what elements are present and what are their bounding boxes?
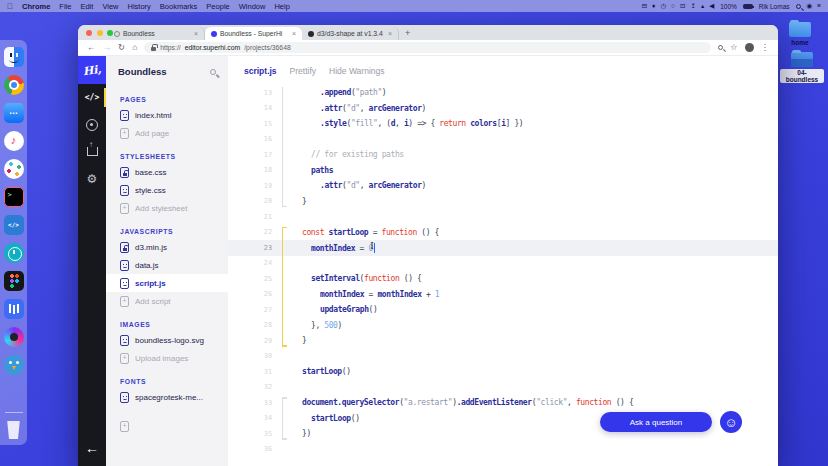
screen-mirroring-icon[interactable]: ⊟ [642, 2, 647, 10]
file-item-d3.min.js[interactable]: d3.min.js [106, 238, 228, 256]
code-line-33[interactable]: 33document.querySelector("a.restart").ad… [228, 395, 778, 411]
zoom-window-button[interactable] [107, 30, 113, 36]
add-item-upload-images[interactable]: Upload images [106, 349, 228, 367]
close-tab-icon[interactable]: × [194, 30, 198, 37]
close-tab-icon[interactable]: × [388, 30, 392, 37]
code-line-36[interactable]: 36 [228, 442, 778, 458]
menu-item-view[interactable]: View [102, 2, 118, 11]
reload-button[interactable]: ↻ [118, 43, 125, 52]
menu-item-window[interactable]: Window [239, 2, 266, 11]
minimize-window-button[interactable] [97, 30, 103, 36]
code-line-16[interactable]: 16 [228, 132, 778, 148]
dock-vscode-icon[interactable]: </> [4, 215, 24, 235]
dock-terminal-icon[interactable]: > [4, 187, 24, 207]
code-line-28[interactable]: 28}, 500) [228, 318, 778, 334]
add-item-add-stylesheet[interactable]: Add stylesheet [106, 199, 228, 217]
ask-question-button[interactable]: Ask a question [600, 412, 712, 432]
back-arrow-button[interactable]: ← [78, 440, 106, 456]
menu-item-file[interactable]: File [59, 2, 71, 11]
forward-button[interactable]: → [103, 43, 112, 52]
code-line-13[interactable]: 13.append("path") [228, 85, 778, 101]
code-line-31[interactable]: 31startLoop() [228, 364, 778, 380]
wifi-icon[interactable]: ▴ [701, 2, 704, 10]
dock-bird-icon[interactable] [4, 355, 24, 375]
code-line-19[interactable]: 19.attr("d", arcGenerator) [228, 178, 778, 194]
volume-icon[interactable]: ◀ [709, 2, 714, 10]
new-tab-button[interactable]: + [405, 28, 410, 38]
dock-finder-icon[interactable] [4, 47, 24, 67]
code-line-27[interactable]: 27updateGraph() [228, 302, 778, 318]
close-window-button[interactable] [86, 30, 92, 36]
spotlight-search-icon[interactable] [796, 4, 801, 9]
time-machine-icon[interactable]: ◷ [660, 2, 666, 10]
dock-music-icon[interactable]: ♪ [4, 131, 24, 151]
search-icon[interactable] [210, 69, 216, 75]
code-line-30[interactable]: 30 [228, 349, 778, 365]
apple-menu-icon[interactable]:  [7, 2, 13, 11]
home-button[interactable]: ⌂ [132, 43, 137, 52]
shield-icon[interactable]: ♦ [652, 2, 655, 10]
browser-tab[interactable]: Boundless× [108, 27, 205, 40]
bookmark-star-icon[interactable]: ☆ [730, 43, 738, 52]
back-button[interactable]: ← [87, 43, 96, 52]
code-line-24[interactable]: 24 [228, 256, 778, 272]
code-line-29[interactable]: 29} [228, 333, 778, 349]
file-item-boundless-logo.svg[interactable]: boundless-logo.svg [106, 331, 228, 349]
file-item-base.css[interactable]: base.css [106, 163, 228, 181]
display-icon[interactable]: ⊡ [680, 2, 685, 10]
menu-item-bookmarks[interactable]: Bookmarks [160, 2, 198, 11]
code-line-18[interactable]: 18paths [228, 163, 778, 179]
backup-icon[interactable]: ○ [671, 2, 675, 10]
file-item-index.html[interactable]: index.html [106, 106, 228, 124]
browser-menu-icon[interactable]: ⋮ [761, 43, 770, 52]
settings-button[interactable]: ⚙ [78, 165, 106, 192]
preview-button[interactable] [78, 111, 106, 138]
zoom-page-icon[interactable] [718, 45, 723, 50]
menu-list-icon[interactable]: ≡ [817, 2, 821, 10]
profile-avatar[interactable] [745, 43, 754, 52]
code-line-21[interactable]: 21 [228, 209, 778, 225]
browser-tab[interactable]: Boundless - SuperHi× [205, 27, 302, 40]
open-file-tab[interactable]: script.js [244, 66, 277, 76]
dock-messages-icon[interactable]: … [4, 103, 24, 123]
code-line-26[interactable]: 26monthIndex = monthIndex + 1 [228, 287, 778, 303]
code-line-25[interactable]: 25setInterval(function () { [228, 271, 778, 287]
file-item-style.css[interactable]: style.css [106, 181, 228, 199]
notification-center-icon[interactable]: ◉ [807, 2, 813, 10]
dock-figma-icon[interactable] [4, 271, 24, 291]
code-editor-tab[interactable]: </> [78, 84, 106, 111]
code-area[interactable]: 13.append("path")14.attr("d", arcGenerat… [228, 85, 778, 466]
hide-warnings-button[interactable]: Hide Warnings [329, 66, 384, 76]
code-line-32[interactable]: 32 [228, 380, 778, 396]
share-button[interactable] [78, 138, 106, 165]
code-line-22[interactable]: 22const startLoop = function () { [228, 225, 778, 241]
address-bar[interactable]: https://editor.superhi.com/projects/3664… [144, 42, 711, 53]
file-item-spacegrotesk-me...[interactable]: spacegrotesk-me... [106, 388, 228, 406]
file-item-script.js[interactable]: script.js [106, 274, 228, 292]
menu-user-name[interactable]: Rik Lomas [759, 3, 790, 10]
code-line-14[interactable]: 14.attr("d", arcGenerator) [228, 101, 778, 117]
code-line-15[interactable]: 15.style("fill", (d, i) => { return colo… [228, 116, 778, 132]
dock-slack-icon[interactable] [4, 159, 24, 179]
desktop-folder-boundless[interactable]: 04-boundless [780, 52, 824, 86]
dock-clock-icon[interactable] [4, 243, 24, 263]
menu-app-name[interactable]: Chrome [22, 2, 50, 11]
dock-recorder-icon[interactable] [4, 327, 24, 347]
add-item-add-page[interactable]: Add page [106, 124, 228, 142]
file-item-partial[interactable] [106, 417, 228, 435]
menu-item-help[interactable]: Help [274, 2, 289, 11]
add-item-add-script[interactable]: Add script [106, 292, 228, 310]
dock-chrome-icon[interactable] [4, 75, 24, 95]
dock-intercom-icon[interactable] [4, 299, 24, 319]
bluetooth-icon[interactable]: ↥ [690, 2, 695, 10]
menu-item-history[interactable]: History [128, 2, 151, 11]
close-tab-icon[interactable]: × [292, 30, 296, 37]
desktop-folder-home[interactable]: home [778, 22, 822, 46]
code-line-20[interactable]: 20} [228, 194, 778, 210]
superhi-logo[interactable]: Hi, [78, 56, 106, 84]
browser-tab[interactable]: d3/d3-shape at v1.3.4× [302, 27, 399, 40]
chat-smiley-button[interactable]: ☺ [720, 411, 742, 433]
menu-item-edit[interactable]: Edit [80, 2, 93, 11]
menu-item-people[interactable]: People [206, 2, 229, 11]
code-line-17[interactable]: 17// for existing paths [228, 147, 778, 163]
